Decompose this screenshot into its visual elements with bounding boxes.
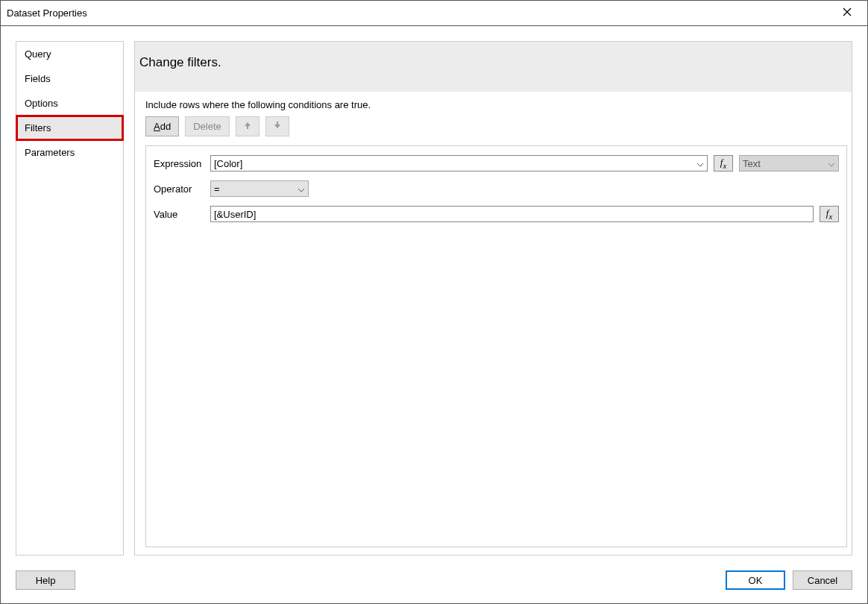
titlebar: Dataset Properties (1, 1, 867, 26)
operator-combo[interactable] (210, 180, 309, 197)
sidebar-item-parameters[interactable]: Parameters (16, 140, 123, 165)
arrow-up-icon (243, 121, 252, 132)
sidebar: Query Fields Options Filters Parameters (16, 41, 124, 556)
value-label: Value (154, 209, 204, 220)
sidebar-item-fields[interactable]: Fields (16, 66, 123, 91)
fx-icon: fx (720, 157, 726, 170)
value-row: Value fx (154, 206, 839, 222)
help-button[interactable]: Help (16, 570, 75, 590)
arrow-down-icon (273, 121, 282, 132)
expression-combo[interactable] (210, 155, 708, 172)
ok-button-label: OK (749, 575, 763, 586)
ok-button[interactable]: OK (726, 570, 785, 590)
cancel-button-label: Cancel (808, 575, 837, 586)
sidebar-item-filters[interactable]: Filters (16, 116, 123, 140)
page-heading: Change filters. (135, 42, 852, 92)
value-input[interactable] (210, 206, 814, 222)
add-button[interactable]: Add (145, 116, 179, 136)
dialog-body: Query Fields Options Filters Parameters … (1, 26, 867, 563)
expression-label: Expression (154, 158, 204, 169)
main-panel: Change filters. Include rows where the f… (134, 41, 852, 556)
add-button-label: Add (154, 121, 171, 132)
sidebar-item-query[interactable]: Query (16, 42, 123, 66)
delete-button[interactable]: Delete (185, 116, 230, 136)
cancel-button[interactable]: Cancel (793, 570, 852, 590)
close-icon (843, 7, 852, 19)
filter-toolbar: Add Delete (145, 116, 847, 136)
operator-input[interactable] (210, 180, 309, 197)
sidebar-item-label: Fields (25, 73, 51, 84)
close-button[interactable] (836, 2, 858, 25)
sidebar-item-label: Query (25, 48, 51, 60)
filter-panel: Expression fx (145, 145, 847, 547)
move-down-button[interactable] (265, 116, 289, 136)
operator-label: Operator (154, 183, 204, 195)
expression-input[interactable] (210, 155, 708, 172)
sidebar-item-options[interactable]: Options (16, 91, 123, 116)
move-up-button[interactable] (236, 116, 260, 136)
main-content: Include rows where the following conditi… (135, 92, 852, 555)
dialog-footer: Help OK Cancel (1, 563, 867, 603)
help-button-label: Help (36, 575, 56, 586)
sidebar-item-label: Options (25, 98, 58, 109)
expression-fx-button[interactable]: fx (714, 155, 733, 172)
delete-button-label: Delete (193, 121, 221, 132)
hint-text: Include rows where the following conditi… (145, 99, 847, 110)
sidebar-item-label: Filters (25, 122, 51, 133)
type-combo[interactable] (739, 155, 839, 172)
window-title: Dataset Properties (7, 7, 87, 19)
value-fx-button[interactable]: fx (820, 206, 839, 222)
dialog-window: Dataset Properties Query Fields Options … (0, 0, 868, 604)
operator-row: Operator (154, 180, 839, 197)
sidebar-item-label: Parameters (25, 147, 75, 158)
type-input[interactable] (739, 155, 839, 172)
fx-icon: fx (826, 207, 832, 221)
expression-row: Expression fx (154, 155, 839, 172)
